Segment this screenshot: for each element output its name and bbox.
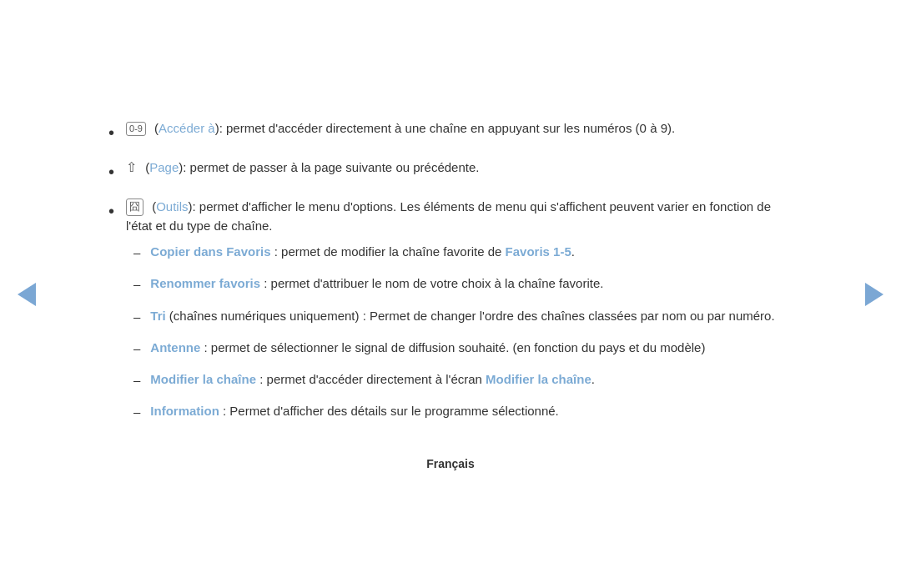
right-arrow[interactable] [863, 283, 886, 306]
acceder-label: Accéder à [159, 121, 215, 135]
bullet-icon: • [108, 199, 114, 224]
antenne-text: Antenne : permet de sélectionner le sign… [150, 338, 774, 357]
item-page-text: ⇧ (Page): permet de passer à la page sui… [126, 158, 793, 178]
modifier-text: Modifier la chaîne : permet d'accéder di… [150, 369, 774, 389]
main-list: • 0-9 (Accéder à): permet d'accéder dire… [108, 118, 793, 434]
item-outils-text: 囧 (Outils): permet d'afficher le menu d'… [126, 197, 793, 236]
content-area: • 0-9 (Accéder à): permet d'accéder dire… [92, 93, 809, 495]
page-label: Page [149, 160, 179, 174]
antenne-label: Antenne [150, 340, 200, 354]
modifier-screen-label: Modifier la chaîne [486, 372, 591, 386]
modifier-label: Modifier la chaîne [150, 372, 256, 386]
left-arrow[interactable] [15, 283, 38, 306]
renommer-text: Renommer favoris : permet d'attribuer le… [150, 274, 774, 293]
outils-icon: 囧 [126, 199, 143, 215]
dash-icon: – [133, 370, 140, 389]
information-text: Information : Permet d'afficher des déta… [150, 401, 774, 420]
page-icon: ⇧ [126, 158, 137, 178]
sub-item-modifier: – Modifier la chaîne : permet d'accéder … [108, 369, 775, 389]
dash-icon: – [133, 243, 140, 262]
information-label: Information [150, 404, 219, 418]
bullet-icon: • [108, 159, 114, 185]
list-item-page: • ⇧ (Page): permet de passer à la page s… [108, 158, 793, 185]
sub-item-information: – Information : Permet d'afficher des dé… [108, 401, 775, 421]
sub-list: – Copier dans Favoris : permet de modifi… [108, 242, 775, 434]
copier-text: Copier dans Favoris : permet de modifier… [150, 242, 774, 261]
item-acceder-text: 0-9 (Accéder à): permet d'accéder direct… [126, 118, 793, 138]
sub-item-tri: – Tri (chaînes numériques uniquement) : … [108, 306, 775, 326]
list-item-acceder: • 0-9 (Accéder à): permet d'accéder dire… [108, 118, 793, 146]
list-item-outils: • 囧 (Outils): permet d'afficher le menu … [108, 197, 793, 434]
dash-icon: – [133, 307, 140, 326]
bullet-icon: • [108, 120, 114, 146]
page-container: • 0-9 (Accéder à): permet d'accéder dire… [0, 0, 901, 588]
acceder-icon: 0-9 [126, 122, 146, 136]
footer-language: Français [108, 457, 793, 470]
sub-item-antenne: – Antenne : permet de sélectionner le si… [108, 338, 775, 358]
dash-icon: – [133, 402, 140, 421]
favoris-label: Favoris 1-5 [506, 244, 571, 259]
tri-text: Tri (chaînes numériques uniquement) : Pe… [150, 306, 774, 325]
copier-label: Copier dans Favoris [150, 244, 270, 259]
dash-icon: – [133, 274, 140, 294]
language-label: Français [426, 457, 475, 470]
renommer-label: Renommer favoris [150, 276, 260, 290]
tri-label: Tri [150, 309, 165, 323]
dash-icon: – [133, 339, 140, 358]
sub-item-renommer: – Renommer favoris : permet d'attribuer … [108, 274, 775, 294]
sub-item-copier: – Copier dans Favoris : permet de modifi… [108, 242, 775, 262]
outils-label: Outils [156, 199, 188, 214]
